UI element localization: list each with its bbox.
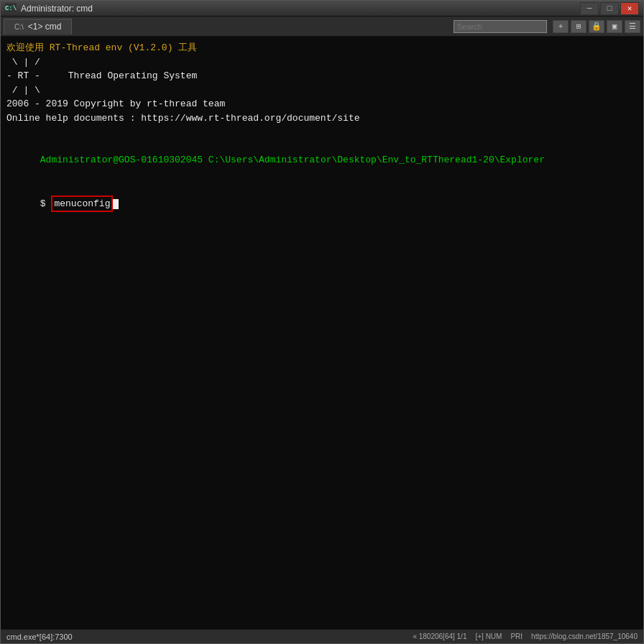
- window-icon: C:\: [5, 3, 17, 14]
- search-input[interactable]: [454, 20, 547, 33]
- prompt-user: Administrator@GOS-01610302045 C:\Users\A…: [40, 155, 545, 165]
- tab-label: <1> cmd: [28, 22, 62, 32]
- add-tab-button[interactable]: +: [553, 20, 569, 33]
- toolbar-icons: + ⊞ 🔒 ▣ ☰: [553, 20, 640, 33]
- view-button[interactable]: ▣: [607, 20, 622, 33]
- lock-button[interactable]: 🔒: [589, 20, 604, 33]
- tab-icon: C:\: [14, 23, 24, 31]
- terminal-line-art1: \ | /: [6, 55, 638, 70]
- terminal-line-command: $ menuconfig: [6, 181, 638, 226]
- status-item-1: « 180206[64] 1/1: [413, 632, 466, 640]
- title-bar-left: C:\ Administrator: cmd: [5, 3, 93, 14]
- status-item-2: [+] NUM: [475, 632, 502, 640]
- command-prefix: $: [40, 198, 52, 209]
- title-bar: C:\ Administrator: cmd ─ □ ✕: [1, 1, 643, 17]
- window-title: Administrator: cmd: [21, 4, 93, 14]
- close-button[interactable]: ✕: [620, 2, 639, 15]
- command-input-box: menuconfig: [51, 196, 113, 213]
- terminal-line-art3: / | \: [6, 83, 638, 98]
- terminal-line-help: Online help documents : https://www.rt-t…: [6, 111, 638, 126]
- window-controls: ─ □ ✕: [580, 2, 639, 15]
- search-bar: + ⊞ 🔒 ▣ ☰: [454, 20, 640, 33]
- terminal-line-copyright: 2006 - 2019 Copyright by rt-thread team: [6, 97, 638, 111]
- main-window: C:\ Administrator: cmd ─ □ ✕ C:\ <1> cmd…: [0, 0, 644, 644]
- status-item-4: https://blog.csdn.net/1857_10640: [531, 632, 638, 640]
- status-item-3: PRI: [510, 632, 523, 640]
- split-button[interactable]: ⊞: [571, 20, 586, 33]
- terminal-line-prompt: Administrator@GOS-01610302045 C:\Users\A…: [6, 139, 638, 182]
- cursor: [113, 199, 119, 209]
- minimize-button[interactable]: ─: [580, 2, 599, 15]
- status-right: « 180206[64] 1/1 [+] NUM PRI https://blo…: [413, 632, 638, 640]
- terminal-line-welcome: 欢迎使用 RT-Thread env (V1.2.0) 工具: [6, 41, 638, 55]
- menu-button[interactable]: ☰: [625, 20, 640, 33]
- terminal-line-art2: - RT - Thread Operating System: [6, 69, 638, 83]
- terminal-content[interactable]: 欢迎使用 RT-Thread env (V1.2.0) 工具 \ | / - R…: [1, 37, 643, 629]
- status-bar: cmd.exe*[64]:7300 « 180206[64] 1/1 [+] N…: [1, 629, 643, 643]
- status-left: cmd.exe*[64]:7300: [6, 632, 73, 641]
- terminal-line-blank: [6, 125, 638, 139]
- tab-cmd[interactable]: C:\ <1> cmd: [4, 19, 72, 34]
- maximize-button[interactable]: □: [600, 2, 619, 15]
- tab-bar: C:\ <1> cmd + ⊞ 🔒 ▣ ☰: [1, 17, 643, 37]
